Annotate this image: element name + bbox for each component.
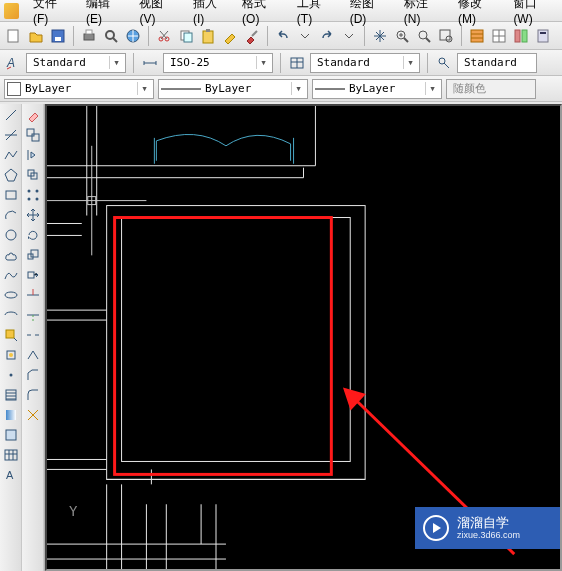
arc-tool[interactable] [1,206,21,224]
chamfer-tool[interactable] [23,366,43,384]
menu-view[interactable]: 视图(V) [131,0,185,28]
svg-line-36 [444,63,449,68]
print-button[interactable] [79,26,99,46]
linetype-dropdown[interactable]: ByLayer ▾ [158,79,308,99]
menu-edit[interactable]: 编辑(E) [78,0,132,28]
hatch-tool[interactable] [1,386,21,404]
svg-point-44 [6,230,16,240]
revcloud-tool[interactable] [1,246,21,264]
modify-toolbar [22,104,44,571]
menu-bar: 文件(F) 编辑(E) 视图(V) 插入(I) 格式(O) 工具(T) 绘图(D… [0,0,562,22]
svg-rect-100 [115,218,332,475]
copy-button[interactable] [176,26,196,46]
circle-tool[interactable] [1,226,21,244]
extend-tool[interactable] [23,306,43,324]
menu-dim[interactable]: 标注(N) [396,0,450,28]
drawing-canvas[interactable]: Y 溜溜自学 zixue.3d66.com [45,104,562,571]
rotate-tool[interactable] [23,226,43,244]
plot-style-dropdown[interactable]: 随颜色 [446,79,536,99]
undo-button[interactable] [273,26,293,46]
menu-file[interactable]: 文件(F) [25,0,78,28]
match-prop-button[interactable] [220,26,240,46]
table-tool[interactable] [1,446,21,464]
stretch-tool[interactable] [23,266,43,284]
dim-style-icon [141,54,159,72]
open-button[interactable] [26,26,46,46]
offset-tool[interactable] [23,166,43,184]
break-tool[interactable] [23,326,43,344]
svg-rect-77 [122,218,351,462]
watermark: 溜溜自学 zixue.3d66.com [415,507,560,549]
join-tool[interactable] [23,346,43,364]
text-style-dropdown[interactable]: Standard ▾ [26,53,126,73]
plot-style-value: 随颜色 [449,81,533,96]
table-style-dropdown[interactable]: Standard ▾ [310,53,420,73]
trim-tool[interactable] [23,286,43,304]
fillet-tool[interactable] [23,386,43,404]
watermark-title: 溜溜自学 [457,515,520,531]
pline-tool[interactable] [1,146,21,164]
dropdown-arrow-icon: ▾ [403,56,417,69]
xline-tool[interactable] [1,126,21,144]
svg-rect-28 [522,30,527,42]
publish-button[interactable] [123,26,143,46]
explode-tool[interactable] [23,406,43,424]
region-tool[interactable] [1,426,21,444]
menu-draw[interactable]: 绘图(D) [342,0,396,28]
calc-button[interactable] [533,26,553,46]
spline-tool[interactable] [1,266,21,284]
polygon-tool[interactable] [1,166,21,184]
lineweight-value: ByLayer [345,82,425,95]
menu-format[interactable]: 格式(O) [234,0,289,28]
props-button[interactable] [467,26,487,46]
svg-rect-19 [440,30,450,40]
point-tool[interactable] [1,366,21,384]
line-tool[interactable] [1,106,21,124]
array-tool[interactable] [23,186,43,204]
ellipse-tool[interactable] [1,286,21,304]
erase-tool[interactable] [23,106,43,124]
zoom-win-button[interactable] [436,26,456,46]
pan-button[interactable] [370,26,390,46]
save-button[interactable] [48,26,68,46]
preview-button[interactable] [101,26,121,46]
svg-rect-46 [6,330,14,338]
menu-modify[interactable]: 修改(M) [450,0,505,28]
lineweight-dropdown[interactable]: ByLayer ▾ [312,79,442,99]
menu-window[interactable]: 窗口(W) [505,0,562,28]
cut-button[interactable] [154,26,174,46]
menu-tools[interactable]: 工具(T) [289,0,342,28]
sheet-button[interactable] [489,26,509,46]
svg-point-5 [106,31,114,39]
zoom-ext-button[interactable] [414,26,434,46]
tool-palettes-button[interactable] [511,26,531,46]
undo-dropdown[interactable] [295,26,315,46]
layers-toolbar: ByLayer ▾ ByLayer ▾ ByLayer ▾ 随颜色 [0,76,562,102]
move-tool[interactable] [23,206,43,224]
svg-rect-68 [28,272,34,278]
ml-style-dropdown[interactable]: Standard [457,53,537,73]
layer-dropdown[interactable]: ByLayer ▾ [4,79,154,99]
ellipse-arc-tool[interactable] [1,306,21,324]
redo-dropdown[interactable] [339,26,359,46]
brush-button[interactable] [242,26,262,46]
new-button[interactable] [4,26,24,46]
svg-line-39 [6,110,16,120]
gradient-tool[interactable] [1,406,21,424]
paste-button[interactable] [198,26,218,46]
rect-tool[interactable] [1,186,21,204]
scale-tool[interactable] [23,246,43,264]
svg-rect-27 [515,30,520,42]
mirror-tool[interactable] [23,146,43,164]
svg-rect-30 [540,32,546,34]
dim-style-dropdown[interactable]: ISO-25 ▾ [163,53,273,73]
svg-rect-29 [538,30,548,42]
redo-button[interactable] [317,26,337,46]
menu-insert[interactable]: 插入(I) [185,0,234,28]
make-block-tool[interactable] [1,346,21,364]
svg-text:A: A [6,56,15,70]
mtext-tool[interactable]: A [1,466,21,484]
copy-tool[interactable] [23,126,43,144]
zoom-in-button[interactable] [392,26,412,46]
insert-block-tool[interactable] [1,326,21,344]
